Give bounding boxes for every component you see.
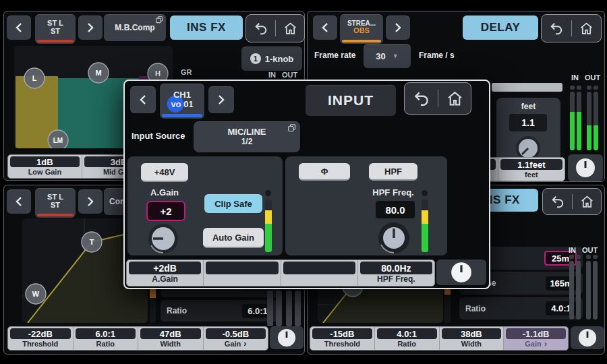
gr-label: GR — [181, 68, 192, 76]
frame-rate-unit: Frame / s — [419, 51, 455, 60]
param-value: -22dB — [10, 328, 71, 339]
hpf-freq-knob[interactable] — [377, 221, 411, 255]
phantom-48v-button[interactable]: +48V — [141, 163, 188, 182]
prev-channel-button[interactable] — [7, 189, 31, 214]
param-row-ratio[interactable]: Ratio 4.0:1 — [459, 297, 583, 320]
undo-icon[interactable] — [254, 22, 268, 35]
prev-channel-button[interactable] — [313, 16, 337, 40]
page-title-ins-fx[interactable]: INS FX — [170, 16, 243, 40]
one-knob-button[interactable]: 1 1-knob — [241, 47, 302, 71]
again-value-box[interactable]: +2 — [146, 201, 185, 221]
param-label: HPF Freq. — [360, 274, 432, 283]
auto-gain-button[interactable]: Auto Gain — [203, 228, 264, 248]
channel-name-line2: ST — [51, 28, 60, 36]
param-strip: -15dB Threshold 4.0:1 Ratio 38dB Width -… — [310, 326, 569, 351]
again-knob[interactable] — [147, 222, 179, 255]
clip-safe-label: Clip Safe — [214, 199, 252, 209]
param-value: -1.1dB — [506, 328, 566, 339]
param-label: Gain — [525, 340, 541, 348]
touch-knob-button[interactable] — [436, 260, 486, 285]
param-row-ratio[interactable]: Ratio 6.0:1 — [161, 300, 279, 322]
param-cell-again[interactable]: +2dB A.Gain — [127, 260, 203, 286]
chevron-left-icon — [15, 196, 23, 207]
param-label: feet — [500, 170, 562, 179]
param-label: A.Gain — [129, 274, 201, 283]
delay-unit-label: feet — [496, 102, 560, 111]
delay-scale-bar[interactable] — [492, 83, 562, 92]
hpf-freq-value-box[interactable]: 80.0 — [376, 201, 415, 218]
undo-icon[interactable] — [549, 22, 564, 35]
threshold-knob[interactable]: T — [82, 232, 102, 252]
next-channel-button[interactable] — [208, 86, 234, 113]
clip-safe-button[interactable]: Clip Safe — [204, 194, 262, 213]
next-channel-button[interactable] — [386, 16, 410, 40]
undo-icon[interactable] — [413, 90, 430, 107]
phase-button[interactable]: Φ — [299, 163, 350, 181]
param-cell-threshold[interactable]: -22dB Threshold — [8, 327, 73, 350]
page-title-delay[interactable]: DELAY — [463, 16, 538, 40]
band-knob-low-mid[interactable]: LM — [48, 130, 68, 148]
chevron-right-icon — [394, 22, 402, 33]
input-source-line2: 1/2 — [241, 138, 253, 147]
fx-name-button[interactable]: M.B.Comp — [104, 14, 166, 41]
param-value: 6.0:1 — [76, 328, 136, 339]
param-cell-gain[interactable]: -0.5dB Gain› — [203, 327, 268, 350]
home-icon[interactable] — [579, 22, 594, 35]
home-icon[interactable] — [283, 22, 297, 35]
undo-icon[interactable] — [550, 195, 565, 208]
frame-rate-dropdown[interactable]: 30 ▼ — [364, 44, 411, 68]
param-label: Ratio — [377, 339, 437, 348]
param-cell-gain-selected[interactable]: -1.1dB Gain› — [503, 327, 568, 350]
input-dialog: CH1 vo 01 INPUT Input Source MIC/LINE 1/… — [123, 80, 490, 289]
touch-knob-button[interactable] — [270, 326, 304, 349]
home-icon[interactable] — [580, 195, 594, 208]
channel-select-button[interactable]: CH1 vo 01 — [160, 84, 204, 119]
next-channel-button[interactable] — [78, 16, 103, 40]
param-strip: +2dB A.Gain 80.0Hz HPF Freq. — [126, 260, 435, 286]
delay-value-box[interactable]: 1.1 — [509, 114, 547, 131]
page-title-label: INS FX — [187, 21, 226, 34]
in-meter-r — [276, 291, 282, 326]
level-meter-clip — [422, 190, 428, 196]
knob-icon — [277, 328, 297, 348]
param-cell-width[interactable]: 47dB Width — [138, 327, 203, 350]
out-meter-clip-l — [586, 255, 591, 259]
divider — [438, 90, 438, 108]
next-channel-button[interactable] — [78, 189, 103, 214]
band-knob-mid[interactable]: M — [88, 63, 109, 83]
param-row-label: Ratio — [167, 306, 187, 315]
param-cell[interactable] — [281, 260, 357, 286]
channel-select-button[interactable]: ST L ST — [35, 14, 76, 44]
param-cell-width[interactable]: 38dB Width — [439, 327, 504, 350]
io-meter-label: IN OUT — [268, 71, 297, 79]
param-cell-delay-feet[interactable]: 1.1feet feet — [498, 158, 565, 181]
channel-select-button[interactable]: STREA... OBS — [340, 14, 383, 44]
param-cell-low-gain[interactable]: 1dB Low Gain — [8, 155, 82, 178]
channel-select-button[interactable]: ST L ST — [35, 188, 76, 218]
in-meter-clip-l — [569, 255, 574, 259]
mixer-screen: ST L ST M.B.Comp INS FX — [0, 0, 607, 364]
param-cell-ratio[interactable]: 6.0:1 Ratio — [73, 327, 138, 350]
prev-channel-button[interactable] — [7, 16, 31, 40]
out-meter-clip-r — [593, 255, 598, 259]
touch-knob-button[interactable] — [571, 326, 604, 349]
svg-text:LM: LM — [53, 137, 63, 144]
param-cell-ratio[interactable]: 4.0:1 Ratio — [374, 327, 439, 350]
dialog-title: INPUT — [306, 85, 396, 116]
home-icon[interactable] — [446, 90, 463, 107]
phantom-48v-label: +48V — [154, 167, 175, 177]
dialog-title-label: INPUT — [328, 92, 374, 109]
svg-text:M: M — [95, 69, 101, 77]
param-cell[interactable] — [203, 260, 280, 286]
width-knob[interactable]: W — [26, 284, 46, 304]
param-value: 1dB — [10, 156, 80, 167]
input-source-button[interactable]: MIC/LINE 1/2 — [194, 121, 300, 152]
prev-channel-button[interactable] — [130, 86, 156, 113]
hpf-button[interactable]: HPF — [369, 163, 417, 181]
touch-knob-button[interactable] — [568, 154, 603, 181]
param-cell-threshold[interactable]: -15dB Threshold — [310, 327, 374, 350]
param-cell-hpf-freq[interactable]: 80.0Hz HPF Freq. — [357, 260, 434, 286]
analog-gain-section: +48V A.Gain +2 Clip Safe Auto Gain — [127, 156, 283, 255]
band-knob-low[interactable]: L — [24, 68, 45, 88]
page-title-label: DELAY — [481, 21, 521, 34]
